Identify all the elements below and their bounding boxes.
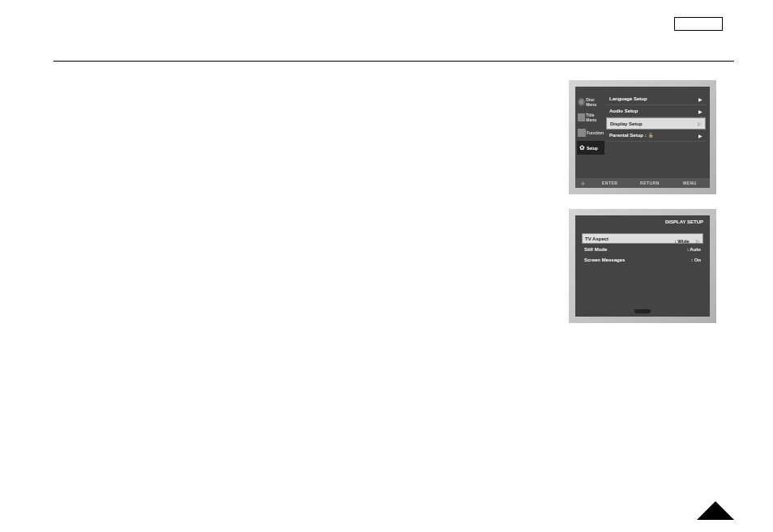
chevron-right-icon: ▶ <box>698 109 703 114</box>
setup-sidebar: Disc Menu Title Menu Function ✿ Setup <box>577 95 604 156</box>
row-value: : Wide <box>675 239 690 244</box>
menu-label: Parental Setup :🔓 <box>609 133 653 138</box>
setup-menu-screenshot: Disc Menu Title Menu Function ✿ Setup La… <box>569 80 716 194</box>
display-setup-title: DISPLAY SETUP <box>665 219 703 224</box>
sidebar-label: Function <box>587 130 604 135</box>
sidebar-label: Setup <box>587 146 598 151</box>
header-box <box>674 17 723 31</box>
row-label: Screen Messages <box>584 257 625 262</box>
menu-item-display-setup: Display Setup ▷ <box>606 117 706 130</box>
row-value: : On <box>691 257 701 262</box>
setup-main-menu: Language Setup ▶ Audio Setup ▶ Display S… <box>606 93 706 142</box>
footer-return-label: RETURN <box>630 181 669 185</box>
footer-menu-label: MENU <box>670 181 710 185</box>
display-setup-screenshot: DISPLAY SETUP TV Aspect : Wide ▷ Still M… <box>569 209 716 323</box>
sidebar-label: Title Menu <box>586 113 604 122</box>
sidebar-item-function: Function <box>577 126 604 139</box>
menu-label: Audio Setup <box>609 109 638 113</box>
footer-enter-label: ENTER <box>590 181 630 185</box>
lock-icon: 🔓 <box>648 133 653 138</box>
nav-cross-icon: ✢ <box>575 181 590 186</box>
sidebar-item-disc-menu: Disc Menu <box>577 95 604 109</box>
menu-item-language-setup: Language Setup ▶ <box>606 93 706 105</box>
display-setup-list: TV Aspect : Wide ▷ Still Mode : Auto Scr… <box>582 233 703 265</box>
menu-item-audio-setup: Audio Setup ▶ <box>606 105 706 117</box>
menu-footer-bar: ✢ ENTER RETURN MENU <box>575 178 710 188</box>
chevron-right-icon: ▶ <box>698 133 703 138</box>
row-label: TV Aspect <box>585 236 609 241</box>
footer-indicator <box>634 309 651 313</box>
sidebar-item-setup: ✿ Setup <box>577 141 604 155</box>
menu-label: Display Setup <box>610 121 643 126</box>
disc-icon <box>578 98 585 106</box>
gear-icon: ✿ <box>578 144 586 152</box>
chevron-right-icon: ▶ <box>698 96 703 102</box>
function-icon <box>578 129 586 137</box>
menu-label: Language Setup <box>609 96 647 101</box>
row-tv-aspect: TV Aspect : Wide ▷ <box>582 233 703 244</box>
row-label: Still Mode <box>584 247 607 252</box>
sidebar-item-title-menu: Title Menu <box>577 110 604 124</box>
menu-item-parental-setup: Parental Setup :🔓 ▶ <box>606 130 706 142</box>
chevron-right-icon: ▷ <box>698 121 702 126</box>
divider-line <box>53 61 734 62</box>
sidebar-label: Disc Menu <box>586 97 604 107</box>
chevron-right-icon: ▷ <box>696 239 700 244</box>
row-value-group: : Wide ▷ <box>675 232 700 246</box>
title-icon <box>578 113 585 121</box>
menu-label-text: Parental Setup : <box>609 133 647 138</box>
triangle-up-icon <box>697 501 734 520</box>
row-value: : Auto <box>687 247 701 252</box>
row-screen-messages: Screen Messages : On <box>582 254 703 265</box>
